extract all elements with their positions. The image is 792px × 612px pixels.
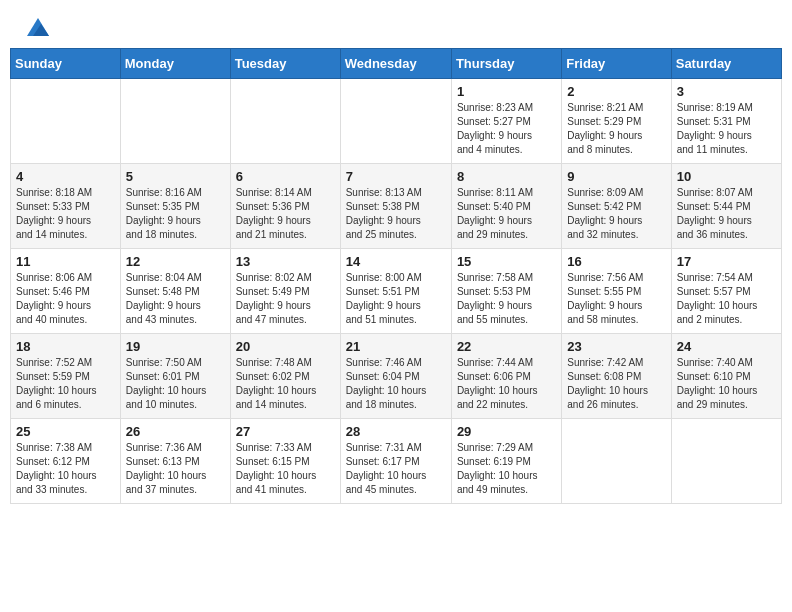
weekday-header-thursday: Thursday xyxy=(451,49,561,79)
page-header xyxy=(0,0,792,48)
calendar-cell: 23Sunrise: 7:42 AM Sunset: 6:08 PM Dayli… xyxy=(562,334,671,419)
day-number: 21 xyxy=(346,339,446,354)
calendar-cell: 16Sunrise: 7:56 AM Sunset: 5:55 PM Dayli… xyxy=(562,249,671,334)
logo-icon xyxy=(27,18,49,36)
day-info: Sunrise: 7:36 AM Sunset: 6:13 PM Dayligh… xyxy=(126,441,225,497)
calendar-cell: 18Sunrise: 7:52 AM Sunset: 5:59 PM Dayli… xyxy=(11,334,121,419)
day-number: 14 xyxy=(346,254,446,269)
day-info: Sunrise: 7:52 AM Sunset: 5:59 PM Dayligh… xyxy=(16,356,115,412)
day-info: Sunrise: 8:18 AM Sunset: 5:33 PM Dayligh… xyxy=(16,186,115,242)
day-number: 10 xyxy=(677,169,776,184)
day-number: 17 xyxy=(677,254,776,269)
calendar-cell: 1Sunrise: 8:23 AM Sunset: 5:27 PM Daylig… xyxy=(451,79,561,164)
day-info: Sunrise: 8:09 AM Sunset: 5:42 PM Dayligh… xyxy=(567,186,665,242)
calendar-cell: 21Sunrise: 7:46 AM Sunset: 6:04 PM Dayli… xyxy=(340,334,451,419)
weekday-header-saturday: Saturday xyxy=(671,49,781,79)
day-number: 26 xyxy=(126,424,225,439)
day-number: 4 xyxy=(16,169,115,184)
calendar-cell xyxy=(671,419,781,504)
day-info: Sunrise: 8:07 AM Sunset: 5:44 PM Dayligh… xyxy=(677,186,776,242)
day-info: Sunrise: 8:14 AM Sunset: 5:36 PM Dayligh… xyxy=(236,186,335,242)
calendar-cell: 13Sunrise: 8:02 AM Sunset: 5:49 PM Dayli… xyxy=(230,249,340,334)
day-number: 18 xyxy=(16,339,115,354)
calendar-cell: 20Sunrise: 7:48 AM Sunset: 6:02 PM Dayli… xyxy=(230,334,340,419)
day-info: Sunrise: 7:38 AM Sunset: 6:12 PM Dayligh… xyxy=(16,441,115,497)
calendar-cell: 12Sunrise: 8:04 AM Sunset: 5:48 PM Dayli… xyxy=(120,249,230,334)
day-number: 25 xyxy=(16,424,115,439)
day-info: Sunrise: 8:00 AM Sunset: 5:51 PM Dayligh… xyxy=(346,271,446,327)
calendar-week-row: 18Sunrise: 7:52 AM Sunset: 5:59 PM Dayli… xyxy=(11,334,782,419)
calendar-header: SundayMondayTuesdayWednesdayThursdayFrid… xyxy=(11,49,782,79)
weekday-header-wednesday: Wednesday xyxy=(340,49,451,79)
day-info: Sunrise: 8:04 AM Sunset: 5:48 PM Dayligh… xyxy=(126,271,225,327)
calendar-cell: 8Sunrise: 8:11 AM Sunset: 5:40 PM Daylig… xyxy=(451,164,561,249)
day-info: Sunrise: 8:16 AM Sunset: 5:35 PM Dayligh… xyxy=(126,186,225,242)
day-info: Sunrise: 7:48 AM Sunset: 6:02 PM Dayligh… xyxy=(236,356,335,412)
calendar-cell: 22Sunrise: 7:44 AM Sunset: 6:06 PM Dayli… xyxy=(451,334,561,419)
calendar-cell: 26Sunrise: 7:36 AM Sunset: 6:13 PM Dayli… xyxy=(120,419,230,504)
day-info: Sunrise: 7:44 AM Sunset: 6:06 PM Dayligh… xyxy=(457,356,556,412)
calendar-cell: 5Sunrise: 8:16 AM Sunset: 5:35 PM Daylig… xyxy=(120,164,230,249)
day-number: 3 xyxy=(677,84,776,99)
calendar-cell xyxy=(340,79,451,164)
day-number: 24 xyxy=(677,339,776,354)
logo xyxy=(24,18,49,40)
day-info: Sunrise: 7:58 AM Sunset: 5:53 PM Dayligh… xyxy=(457,271,556,327)
day-number: 12 xyxy=(126,254,225,269)
day-number: 11 xyxy=(16,254,115,269)
calendar-cell: 11Sunrise: 8:06 AM Sunset: 5:46 PM Dayli… xyxy=(11,249,121,334)
weekday-header-friday: Friday xyxy=(562,49,671,79)
day-number: 9 xyxy=(567,169,665,184)
calendar-cell: 24Sunrise: 7:40 AM Sunset: 6:10 PM Dayli… xyxy=(671,334,781,419)
calendar-week-row: 11Sunrise: 8:06 AM Sunset: 5:46 PM Dayli… xyxy=(11,249,782,334)
calendar-cell: 15Sunrise: 7:58 AM Sunset: 5:53 PM Dayli… xyxy=(451,249,561,334)
calendar-cell: 17Sunrise: 7:54 AM Sunset: 5:57 PM Dayli… xyxy=(671,249,781,334)
day-number: 15 xyxy=(457,254,556,269)
day-info: Sunrise: 8:21 AM Sunset: 5:29 PM Dayligh… xyxy=(567,101,665,157)
day-info: Sunrise: 7:56 AM Sunset: 5:55 PM Dayligh… xyxy=(567,271,665,327)
day-info: Sunrise: 8:11 AM Sunset: 5:40 PM Dayligh… xyxy=(457,186,556,242)
calendar-wrap: SundayMondayTuesdayWednesdayThursdayFrid… xyxy=(0,48,792,514)
calendar-cell: 2Sunrise: 8:21 AM Sunset: 5:29 PM Daylig… xyxy=(562,79,671,164)
day-info: Sunrise: 7:42 AM Sunset: 6:08 PM Dayligh… xyxy=(567,356,665,412)
calendar-cell: 3Sunrise: 8:19 AM Sunset: 5:31 PM Daylig… xyxy=(671,79,781,164)
day-info: Sunrise: 7:50 AM Sunset: 6:01 PM Dayligh… xyxy=(126,356,225,412)
calendar-cell: 9Sunrise: 8:09 AM Sunset: 5:42 PM Daylig… xyxy=(562,164,671,249)
calendar-cell: 29Sunrise: 7:29 AM Sunset: 6:19 PM Dayli… xyxy=(451,419,561,504)
calendar-week-row: 1Sunrise: 8:23 AM Sunset: 5:27 PM Daylig… xyxy=(11,79,782,164)
day-number: 2 xyxy=(567,84,665,99)
calendar-table: SundayMondayTuesdayWednesdayThursdayFrid… xyxy=(10,48,782,504)
weekday-header-monday: Monday xyxy=(120,49,230,79)
calendar-cell: 27Sunrise: 7:33 AM Sunset: 6:15 PM Dayli… xyxy=(230,419,340,504)
day-number: 19 xyxy=(126,339,225,354)
calendar-cell xyxy=(120,79,230,164)
day-info: Sunrise: 8:23 AM Sunset: 5:27 PM Dayligh… xyxy=(457,101,556,157)
calendar-cell xyxy=(230,79,340,164)
calendar-cell: 4Sunrise: 8:18 AM Sunset: 5:33 PM Daylig… xyxy=(11,164,121,249)
calendar-cell: 7Sunrise: 8:13 AM Sunset: 5:38 PM Daylig… xyxy=(340,164,451,249)
calendar-cell: 28Sunrise: 7:31 AM Sunset: 6:17 PM Dayli… xyxy=(340,419,451,504)
weekday-header-sunday: Sunday xyxy=(11,49,121,79)
day-number: 20 xyxy=(236,339,335,354)
calendar-week-row: 25Sunrise: 7:38 AM Sunset: 6:12 PM Dayli… xyxy=(11,419,782,504)
day-number: 27 xyxy=(236,424,335,439)
day-number: 23 xyxy=(567,339,665,354)
day-info: Sunrise: 8:13 AM Sunset: 5:38 PM Dayligh… xyxy=(346,186,446,242)
day-info: Sunrise: 7:31 AM Sunset: 6:17 PM Dayligh… xyxy=(346,441,446,497)
day-number: 22 xyxy=(457,339,556,354)
day-number: 5 xyxy=(126,169,225,184)
calendar-cell: 25Sunrise: 7:38 AM Sunset: 6:12 PM Dayli… xyxy=(11,419,121,504)
day-number: 7 xyxy=(346,169,446,184)
day-info: Sunrise: 8:06 AM Sunset: 5:46 PM Dayligh… xyxy=(16,271,115,327)
calendar-cell: 19Sunrise: 7:50 AM Sunset: 6:01 PM Dayli… xyxy=(120,334,230,419)
day-info: Sunrise: 7:46 AM Sunset: 6:04 PM Dayligh… xyxy=(346,356,446,412)
calendar-cell: 10Sunrise: 8:07 AM Sunset: 5:44 PM Dayli… xyxy=(671,164,781,249)
calendar-cell xyxy=(11,79,121,164)
weekday-header-tuesday: Tuesday xyxy=(230,49,340,79)
day-info: Sunrise: 7:54 AM Sunset: 5:57 PM Dayligh… xyxy=(677,271,776,327)
day-number: 28 xyxy=(346,424,446,439)
calendar-week-row: 4Sunrise: 8:18 AM Sunset: 5:33 PM Daylig… xyxy=(11,164,782,249)
day-info: Sunrise: 7:33 AM Sunset: 6:15 PM Dayligh… xyxy=(236,441,335,497)
day-number: 16 xyxy=(567,254,665,269)
day-info: Sunrise: 7:29 AM Sunset: 6:19 PM Dayligh… xyxy=(457,441,556,497)
